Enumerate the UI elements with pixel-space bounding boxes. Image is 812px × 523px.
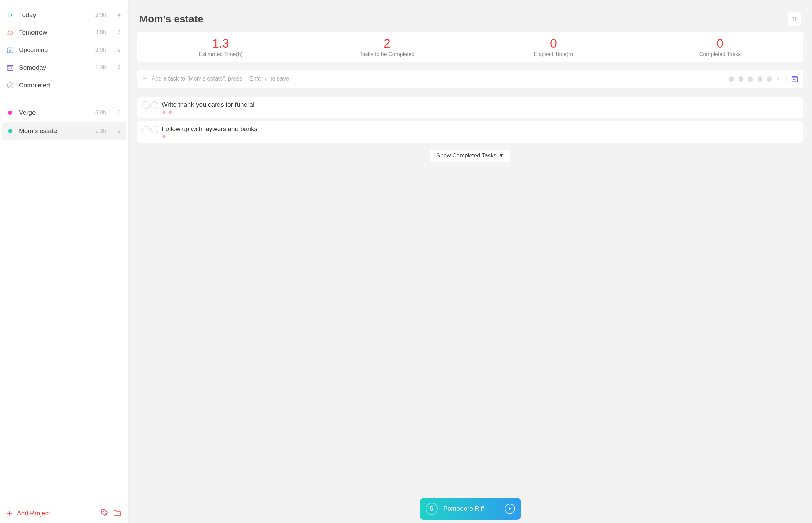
sidebar-item-today[interactable]: Today 2.9h 4 [0,6,128,24]
sidebar-item-count: 2 [116,47,121,53]
svg-marker-44 [154,105,156,106]
svg-point-31 [739,77,744,82]
task-complete-checkbox[interactable] [142,102,149,109]
sidebar-item-label: Mom’s estate [19,127,88,134]
pomodoro-player-bar[interactable]: 5 Pomodoro Riff [419,498,521,520]
sort-icon [791,16,798,22]
page-title: Mom’s estate [139,13,788,25]
summary-card: 1.3 Estimated Time(h) 2 Tasks to be Comp… [137,32,803,62]
main-panel: Mom’s estate 1.3 Estimated Time(h) 2 Tas… [129,0,812,523]
svg-rect-32 [740,76,742,77]
sidebar-item-label: Today [19,11,88,19]
plus-icon [142,76,148,82]
add-project-label: Add Project [17,509,50,517]
sidebar-item-hours: 2.9h [92,47,106,53]
svg-line-8 [12,13,13,13]
svg-point-47 [168,111,172,114]
svg-point-15 [10,68,11,69]
pomodoro-count-badge: 5 [426,503,438,515]
project-color-dot [6,129,14,133]
play-button[interactable] [505,504,515,514]
task-play-button[interactable] [151,126,158,133]
add-task-input[interactable] [151,75,728,82]
summary-completed-tasks: 0 Completed Tasks [637,37,803,57]
task-play-button[interactable] [151,102,158,109]
svg-point-0 [9,14,11,16]
svg-point-14 [8,68,9,69]
svg-point-37 [767,77,772,82]
chevron-down-icon: ▼ [498,152,504,159]
svg-point-17 [7,83,13,88]
svg-point-35 [758,77,763,82]
task-controls [142,125,158,133]
show-completed-label: Show Completed Tasks [436,152,496,159]
main-header: Mom’s estate [137,0,803,32]
pomodoro-slot-icon[interactable] [766,75,773,83]
project-color-dot [6,111,14,115]
sidebar: Today 2.9h 4 Tomorrow 3.8h 3 [0,0,129,523]
sort-button[interactable] [788,12,801,26]
summary-estimated-time: 1.3 Estimated Time(h) [137,37,304,57]
separator: | [785,75,787,83]
pomodoro-estimate-row: | [728,75,798,83]
task-complete-checkbox[interactable] [142,126,149,133]
task-pomodoro-icons [162,110,798,114]
sidebar-item-count: 4 [116,12,121,18]
sun-icon [6,11,14,19]
pomodoro-slot-icon[interactable] [747,75,754,83]
sidebar-item-completed[interactable]: Completed [0,76,128,94]
sidebar-project-verge[interactable]: Verge 5.8h 6 [0,104,128,122]
svg-line-7 [8,17,8,17]
sidebar-item-upcoming[interactable]: Upcoming 2.9h 2 [0,41,128,59]
add-task-row[interactable]: | [137,70,803,88]
svg-rect-51 [164,134,164,135]
folder-add-icon[interactable] [113,509,122,518]
pomodoro-slot-icon[interactable] [756,75,764,83]
task-title: Follow up with laywers and banks [162,125,798,132]
sidebar-item-hours: 1.3h [92,128,106,134]
sidebar-item-count: 2 [116,64,121,71]
check-circle-icon [6,82,14,89]
pomodoro-slot-icon[interactable] [737,75,745,83]
summary-elapsed-time: 0 Elapsed Time(h) [470,37,637,57]
pomodoro-slot-icon[interactable] [728,75,735,83]
svg-line-6 [12,17,13,17]
summary-label: Completed Tasks [637,51,803,57]
pomodoro-icon [162,134,166,139]
summary-value: 0 [637,37,803,51]
svg-point-16 [11,68,12,69]
sidebar-item-someday[interactable]: Someday 1.3h 2 [0,59,128,76]
plus-icon [6,510,13,517]
summary-value: 0 [470,37,637,51]
svg-rect-34 [750,76,751,77]
pomodoro-icon [168,110,173,114]
sidebar-item-hours: 2.9h [92,12,106,18]
summary-tasks-pending: 2 Tasks to be Completed [304,37,470,57]
sidebar-footer: Add Project [0,503,128,523]
summary-label: Elapsed Time(h) [470,51,637,57]
sidebar-item-hours: 5.8h [92,110,106,116]
svg-rect-38 [769,76,770,77]
sidebar-item-label: Upcoming [19,46,88,54]
sidebar-project-list: Verge 5.8h 6 Mom’s estate 1.3h 2 [0,104,128,140]
sidebar-project-moms-estate[interactable]: Mom’s estate 1.3h 2 [2,122,126,140]
due-date-icon[interactable] [791,75,798,83]
svg-rect-10 [7,48,13,53]
sidebar-item-label: Tomorrow [19,29,88,36]
task-row[interactable]: Follow up with laywers and banks [137,121,803,143]
svg-point-20 [103,511,104,511]
sidebar-item-tomorrow[interactable]: Tomorrow 3.8h 3 [0,24,128,41]
task-row[interactable]: Write thank you cards for funeral [137,97,803,119]
task-title: Write thank you cards for funeral [162,101,798,108]
add-project-button[interactable]: Add Project [6,509,96,517]
svg-point-45 [162,111,165,114]
svg-rect-30 [731,76,732,77]
chevron-right-icon[interactable] [776,76,780,81]
show-completed-button[interactable]: Show Completed Tasks ▼ [430,149,510,162]
sidebar-item-label: Verge [19,109,88,116]
calendar-check-icon [6,46,14,54]
sidebar-item-hours: 1.3h [92,65,106,71]
svg-line-5 [8,13,8,13]
tag-icon[interactable] [101,509,109,518]
summary-label: Estimated Time(h) [137,51,304,57]
